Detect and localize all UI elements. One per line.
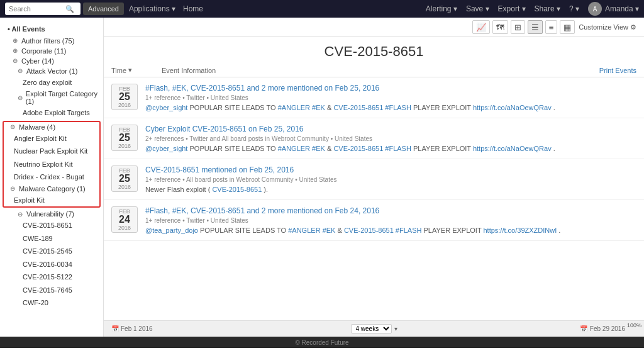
- view-tile-btn[interactable]: ▦: [560, 20, 575, 34]
- sidebar-adobe-exploit[interactable]: Adobe Exploit Targets: [0, 106, 103, 120]
- toggle-icon: ⊖: [13, 57, 19, 64]
- sidebar-nuclear-pack[interactable]: Nuclear Pack Exploit Kit: [4, 145, 99, 158]
- user-menu[interactable]: A Amanda ▾: [588, 2, 639, 16]
- timeline-start-label: Feb 1 2016: [121, 325, 153, 332]
- event-year: 2016: [118, 143, 131, 149]
- nav-applications[interactable]: Applications ▾: [129, 4, 175, 13]
- sidebar-cve-2015-8651[interactable]: CVE-2015-8651: [0, 219, 103, 232]
- copyright: © Recorded Future: [295, 339, 348, 346]
- view-list-btn[interactable]: ☰: [528, 20, 543, 34]
- sidebar-exploit-kit[interactable]: Exploit Kit: [4, 194, 99, 207]
- event-year: 2016: [118, 184, 131, 190]
- sidebar-cve-2015-5122[interactable]: CVE-2015-5122: [0, 271, 103, 284]
- nav-help[interactable]: ? ▾: [569, 4, 579, 13]
- event-content: #Flash, #EK, CVE-2015-8651 and 2 more me…: [145, 84, 636, 111]
- sidebar-exploit-target[interactable]: ⊖ Exploit Target Category (1): [0, 89, 103, 106]
- event-body: @cyber_sight POPULAR SITE LEADS TO #ANGL…: [145, 104, 636, 111]
- flash-link[interactable]: #FLASH: [385, 104, 411, 111]
- cve-link3[interactable]: CVE-2015-8651: [212, 186, 262, 193]
- event-title: #Flash, #EK, CVE-2015-8651 and 2 more me…: [145, 84, 636, 92]
- sidebar-corporate[interactable]: ⊕ Corporate (11): [0, 46, 103, 56]
- event-title-link[interactable]: CVE-2015-8651 mentioned on Feb 25, 2016: [145, 165, 294, 174]
- sidebar-dridex[interactable]: Dridex - Cridex - Bugat: [4, 171, 99, 184]
- nav-alerting[interactable]: Alerting ▾: [426, 4, 457, 13]
- sidebar-cve-2016-0034[interactable]: CVE-2016-0034: [0, 258, 103, 271]
- ek-link2[interactable]: #EK: [312, 145, 325, 152]
- event-year: 2016: [118, 102, 131, 108]
- sidebar-malware[interactable]: ⊖ Malware (4): [4, 122, 99, 132]
- event-title-link[interactable]: #Flash, #EK, CVE-2015-8651 and 2 more me…: [145, 206, 379, 215]
- sidebar-cwf-20[interactable]: CWF-20: [0, 296, 103, 310]
- view-map-btn[interactable]: 🗺: [492, 20, 508, 34]
- event-item: FEB 25 2016 CVE-2015-8651 mentioned on F…: [104, 159, 644, 200]
- chevron-down-icon: ▾: [394, 325, 397, 332]
- sidebar-cwe-189[interactable]: CWE-189: [0, 232, 103, 245]
- timeline-progress: 100%: [627, 322, 641, 328]
- tweet-handle2: @cyber_sight: [145, 145, 187, 152]
- sidebar-cyber[interactable]: ⊖ Cyber (14): [0, 56, 103, 66]
- timeline-bar: 📅 Feb 1 2016 4 weeks ▾ 📅 Feb 29 2016 100…: [104, 320, 644, 337]
- event-content: CVE-2015-8651 mentioned on Feb 25, 2016 …: [145, 165, 636, 193]
- event-title: CVE-2015-8651 mentioned on Feb 25, 2016: [145, 165, 636, 174]
- url-link2[interactable]: https://t.co/aNaOewQRav: [473, 145, 552, 152]
- print-events[interactable]: Print Events: [599, 67, 636, 74]
- nav-export[interactable]: Export ▾: [498, 4, 526, 13]
- event-item: FEB 24 2016 #Flash, #EK, CVE-2015-8651 a…: [104, 200, 644, 241]
- search-input[interactable]: [9, 5, 65, 13]
- sidebar-author-filters[interactable]: ⊕ Author filters (75): [0, 36, 103, 46]
- flash-link2[interactable]: #FLASH: [385, 145, 411, 152]
- user-name[interactable]: Amanda ▾: [605, 4, 639, 13]
- customize-view[interactable]: Customize View ⚙: [579, 23, 636, 31]
- url-link[interactable]: https://t.co/aNaOewQRav: [473, 104, 552, 111]
- date-badge: FEB 25 2016: [111, 165, 138, 192]
- content-area: 📈 🗺 ⊞ ☰ ≡ ▦ Customize View ⚙ CVE-2015-86…: [104, 18, 644, 337]
- body-text3: Newer Flash exploit (: [145, 186, 212, 193]
- search-box[interactable]: 🔍: [5, 3, 80, 15]
- event-title-link[interactable]: Cyber Exploit CVE-2015-8651 on Feb 25, 2…: [145, 125, 304, 133]
- sort-icon[interactable]: ▾: [128, 66, 132, 74]
- event-day: 25: [119, 174, 130, 184]
- sidebar-cve-2015-7645[interactable]: CVE-2015-7645: [0, 284, 103, 297]
- event-body: @tea_party_dojo POPULAR SITE LEADS TO #A…: [145, 227, 636, 234]
- nav-share[interactable]: Share ▾: [535, 4, 560, 13]
- angler-link2[interactable]: #ANGLER: [278, 145, 310, 152]
- view-chart-btn[interactable]: 📈: [472, 20, 490, 34]
- ek-link[interactable]: #EK: [312, 104, 325, 111]
- sidebar-zero-day[interactable]: Zero day exploit: [0, 76, 103, 89]
- event-title: #Flash, #EK, CVE-2015-8651 and 2 more me…: [145, 206, 636, 215]
- ek-link4[interactable]: #EK: [323, 227, 336, 234]
- sidebar-cve-2015-2545[interactable]: CVE-2015-2545: [0, 245, 103, 258]
- tweet-handle4: @tea_party_dojo: [145, 227, 198, 234]
- url-link4[interactable]: https://t.co/39ZXZDINwI: [483, 227, 557, 234]
- nav-home[interactable]: Home: [183, 4, 203, 13]
- angler-link[interactable]: #ANGLER: [278, 104, 310, 111]
- angler-link4[interactable]: #ANGLER: [288, 227, 320, 234]
- weeks-select[interactable]: 4 weeks: [351, 324, 392, 333]
- advanced-button[interactable]: Advanced: [83, 3, 124, 15]
- date-badge: FEB 25 2016: [111, 84, 138, 110]
- toolbar-row: 📈 🗺 ⊞ ☰ ≡ ▦ Customize View ⚙: [104, 18, 644, 37]
- sidebar-vulnerability[interactable]: ⊖ Vulnerability (7): [0, 209, 103, 219]
- sidebar-author-filters-label: Author filters (75): [21, 37, 74, 45]
- cve-link2[interactable]: CVE-2015-8651: [333, 145, 383, 152]
- toggle-icon: ⊖: [18, 94, 23, 101]
- sidebar-angler[interactable]: Angler Exploit Kit: [4, 132, 99, 145]
- event-title-link[interactable]: #Flash, #EK, CVE-2015-8651 and 2 more me…: [145, 84, 379, 92]
- cve-link[interactable]: CVE-2015-8651: [333, 104, 383, 111]
- search-button[interactable]: 🔍: [65, 5, 74, 13]
- tweet-handle: @cyber_sight: [145, 104, 187, 111]
- sidebar-malware-category[interactable]: ⊖ Malware Category (1): [4, 184, 99, 194]
- sidebar-attack-vector[interactable]: ⊖ Attack Vector (1): [0, 66, 103, 76]
- view-compact-btn[interactable]: ≡: [545, 20, 558, 34]
- event-meta: 1+ reference • All board posts in Webroo…: [145, 176, 636, 183]
- nav-save[interactable]: Save ▾: [466, 4, 489, 13]
- sidebar-all-events[interactable]: • All Events: [0, 23, 103, 36]
- sidebar-neutrino[interactable]: Neutrino Exploit Kit: [4, 158, 99, 171]
- flash-link4[interactable]: #FLASH: [396, 227, 422, 234]
- events-list: FEB 25 2016 #Flash, #EK, CVE-2015-8651 a…: [104, 77, 644, 320]
- view-grid-btn[interactable]: ⊞: [511, 20, 525, 34]
- time-label: Time: [111, 67, 126, 74]
- event-title: Cyber Exploit CVE-2015-8651 on Feb 25, 2…: [145, 125, 636, 133]
- cve-link4[interactable]: CVE-2015-8651: [344, 227, 394, 234]
- event-year: 2016: [118, 225, 131, 231]
